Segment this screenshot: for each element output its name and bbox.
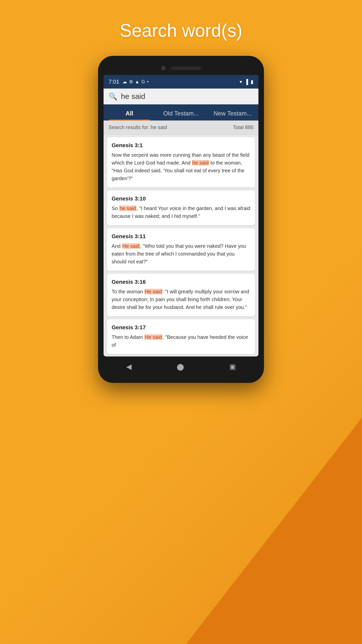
result-text: To the woman He said: "I will greatly mu… [112,288,250,311]
tab-all[interactable]: All [104,104,155,120]
result-reference: Genesis 3:17 [112,324,250,331]
phone-frame: 7:01 ☁ ⚙ ▲ G • ▾ ▐ ▮ 🔍 he said [98,56,264,383]
tab-new-testament[interactable]: New Testam... [207,104,258,120]
status-left: 7:01 ☁ ⚙ ▲ G • [109,78,149,85]
phone-top-bar [104,63,258,75]
result-text: So he said, "I heard Your voice in the g… [112,205,250,220]
results-search-label: Search results for: he said [109,125,167,130]
result-reference: Genesis 3:10 [112,195,250,202]
text-before: So [112,206,119,211]
search-bar[interactable]: 🔍 he said [104,89,258,104]
highlight: he said [119,206,137,211]
result-card-genesis-3-11[interactable]: Genesis 3:11 And He said, "Who told you … [107,228,255,271]
phone-screen: 7:01 ☁ ⚙ ▲ G • ▾ ▐ ▮ 🔍 he said [104,75,258,356]
text-before: To the woman [112,289,144,294]
result-text: Now the serpent was more cunning than an… [112,151,250,182]
phone-bottom-nav [104,356,258,375]
results-list: Genesis 3:1 Now the serpent was more cun… [104,135,258,356]
status-icons: ☁ ⚙ ▲ G • [122,79,149,85]
status-time: 7:01 [109,78,119,85]
tabs-bar: All Old Testam... New Testam... [104,104,258,120]
phone-camera [161,66,166,70]
tab-old-testament[interactable]: Old Testam... [155,104,207,120]
nav-back-button[interactable] [121,360,137,373]
result-reference: Genesis 3:1 [112,142,250,149]
result-text: Then to Adam He said, "Because you have … [112,333,250,349]
page-title: Search word(s) [120,20,242,41]
result-card-genesis-3-16[interactable]: Genesis 3:16 To the woman He said: "I wi… [107,274,255,316]
highlight: He said [144,334,162,340]
highlight: he said [192,160,209,166]
dot-icon: • [147,79,149,85]
result-reference: Genesis 3:16 [112,279,250,285]
search-query[interactable]: he said [121,92,253,101]
gear-icon: ⚙ [129,79,133,85]
cloud-icon: ☁ [122,79,127,85]
phone-speaker [171,66,201,70]
nav-recent-button[interactable] [224,360,241,373]
status-bar: 7:01 ☁ ⚙ ▲ G • ▾ ▐ ▮ [104,75,258,89]
alert-icon: ▲ [135,79,140,85]
signal-icon: ▐ [245,79,248,85]
results-header: Search results for: he said Total 885 [104,120,258,135]
result-text: And He said, "Who told you that you were… [112,242,250,266]
highlight: He said [122,243,140,249]
text-before: Then to Adam [112,334,144,340]
nav-home-button[interactable] [172,361,189,373]
result-card-genesis-3-17[interactable]: Genesis 3:17 Then to Adam He said, "Beca… [107,319,255,354]
highlight: He said [144,289,162,294]
google-icon: G [142,79,145,85]
text-before: And [112,243,122,249]
wifi-icon: ▾ [240,79,242,85]
result-reference: Genesis 3:11 [112,233,250,240]
results-total: Total 885 [233,125,253,130]
search-icon: 🔍 [109,92,117,101]
status-right: ▾ ▐ ▮ [240,79,253,85]
result-card-genesis-3-10[interactable]: Genesis 3:10 So he said, "I heard Your v… [107,190,255,225]
battery-icon: ▮ [251,79,253,85]
result-card-genesis-3-1[interactable]: Genesis 3:1 Now the serpent was more cun… [107,137,255,187]
